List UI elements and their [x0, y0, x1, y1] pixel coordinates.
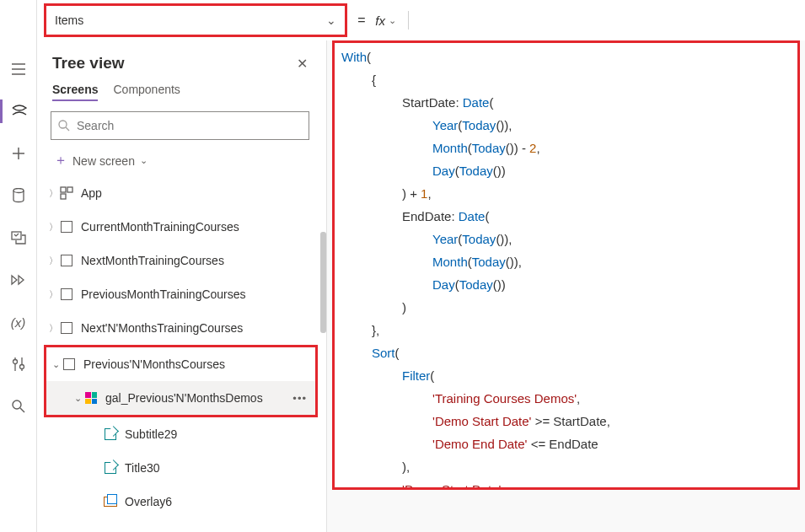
tree-item-label: Overlay6 [125, 495, 172, 508]
search-box[interactable] [51, 111, 309, 140]
chevron-right-icon[interactable]: 〉 [47, 288, 59, 301]
chevron-down-icon: ⌄ [326, 13, 336, 27]
scrollbar[interactable] [320, 232, 326, 333]
flows-icon[interactable] [0, 268, 37, 292]
formula-editor[interactable]: With( { StartDate: Date( Year(Today()), … [332, 40, 800, 490]
tree-view-icon[interactable] [0, 99, 37, 123]
overlay-icon [103, 494, 118, 509]
tab-components[interactable]: Components [113, 83, 180, 101]
screen-icon [62, 357, 77, 372]
left-iconbar: (x) [0, 0, 37, 532]
svg-point-4 [13, 400, 21, 409]
tree-item-screen[interactable]: 〉CurrentMonthTrainingCourses [37, 210, 326, 244]
tree-item-screen[interactable]: 〉PreviousMonthTrainingCourses [37, 277, 326, 311]
new-screen-button[interactable]: ＋ New screen ⌄ [49, 145, 311, 176]
close-icon[interactable]: ✕ [297, 56, 308, 72]
plus-icon: ＋ [54, 152, 67, 169]
screen-icon [59, 219, 74, 234]
screen-icon [59, 287, 74, 302]
chevron-down-icon: ⌄ [140, 155, 148, 166]
chevron-right-icon[interactable]: 〉 [47, 255, 59, 267]
tree-item-label: App [81, 186, 102, 200]
screen-icon [59, 253, 74, 268]
variables-icon[interactable]: (x) [0, 310, 37, 334]
settings-icon[interactable] [0, 352, 37, 376]
tree-item-control[interactable]: Overlay6 [37, 485, 326, 519]
svg-rect-6 [61, 187, 66, 192]
chevron-right-icon[interactable]: 〉 [47, 187, 59, 200]
search-icon [58, 120, 70, 132]
tree-item-label: gal_Previous'N'MonthsDemos [105, 391, 263, 405]
search-input[interactable] [77, 119, 302, 132]
chevron-right-icon[interactable]: 〉 [47, 322, 59, 335]
screen-icon [59, 320, 74, 336]
fx-button[interactable]: fx ⌄ [375, 11, 409, 30]
tree-item-control[interactable]: Title30 [37, 451, 326, 485]
tree-item-screen[interactable]: 〉Next'N'MonthsTrainingCourses [37, 311, 326, 345]
tree-item-label: Title30 [125, 461, 160, 475]
data-icon[interactable] [0, 184, 37, 207]
tree-items: 〉 App 〉CurrentMonthTrainingCourses 〉Next… [37, 176, 326, 532]
tree-item-label: Next'N'MonthsTrainingCourses [81, 321, 243, 335]
tree-item-label: Subtitle29 [125, 427, 177, 441]
label-icon [103, 460, 118, 476]
tree-item-label: NextMonthTrainingCourses [81, 254, 224, 267]
tree-item-app[interactable]: 〉 App [37, 176, 326, 210]
svg-point-5 [59, 121, 67, 128]
tree-item-label: PreviousMonthTrainingCourses [81, 287, 246, 301]
canvas-area: With( { StartDate: Date( Year(Today()), … [327, 40, 805, 532]
tree-view-panel: Tree view ✕ Screens Components ＋ New scr… [37, 40, 327, 532]
tab-screens[interactable]: Screens [52, 83, 98, 101]
chevron-down-icon[interactable]: ⌄ [72, 393, 83, 404]
tree-item-screen[interactable]: ⌄Previous'N'MonthsCourses [46, 347, 315, 381]
property-selector-value: Items [55, 13, 83, 27]
tree-item-label: CurrentMonthTrainingCourses [81, 220, 239, 234]
svg-point-2 [13, 360, 17, 364]
formula-bar: Items ⌄ = fx ⌄ [37, 0, 805, 40]
tree-item-gallery[interactable]: ⌄gal_Previous'N'MonthsDemos••• [46, 381, 315, 415]
selected-tree-group: ⌄Previous'N'MonthsCourses ⌄gal_Previous'… [44, 345, 318, 417]
property-selector[interactable]: Items ⌄ [44, 3, 347, 37]
tree-view-title: Tree view [52, 54, 125, 73]
svg-rect-7 [67, 187, 72, 192]
more-icon[interactable]: ••• [292, 392, 307, 405]
tree-item-screen[interactable]: 〉NextMonthTrainingCourses [37, 244, 326, 277]
equals-label: = [357, 13, 365, 28]
chevron-down-icon[interactable]: ⌄ [50, 359, 62, 370]
svg-point-0 [13, 189, 24, 193]
chevron-right-icon[interactable]: 〉 [47, 221, 59, 234]
svg-rect-8 [61, 194, 66, 199]
chevron-down-icon: ⌄ [389, 15, 396, 26]
svg-point-3 [19, 365, 24, 369]
media-icon[interactable] [0, 226, 37, 250]
gallery-icon [83, 390, 99, 406]
hamburger-icon[interactable] [0, 57, 37, 81]
tree-item-label: Previous'N'MonthsCourses [83, 357, 225, 371]
insert-icon[interactable] [0, 142, 37, 165]
app-icon [59, 185, 74, 201]
tree-item-control[interactable]: Subtitle29 [37, 417, 326, 451]
label-icon [103, 427, 118, 442]
search-icon[interactable] [0, 395, 37, 418]
